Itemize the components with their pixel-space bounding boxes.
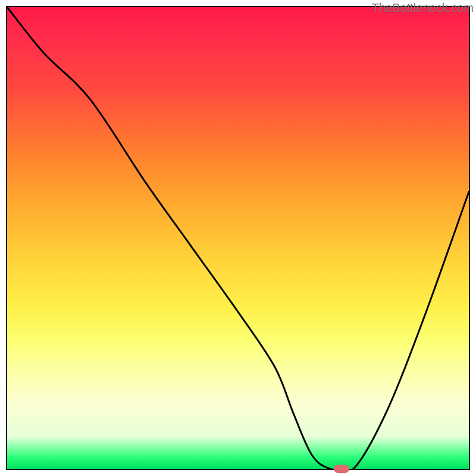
optimal-marker: [334, 465, 349, 473]
plot-area: [6, 6, 470, 470]
attribution-text: TheBottleneck.com: [372, 1, 474, 15]
bottleneck-curve: [7, 7, 469, 469]
